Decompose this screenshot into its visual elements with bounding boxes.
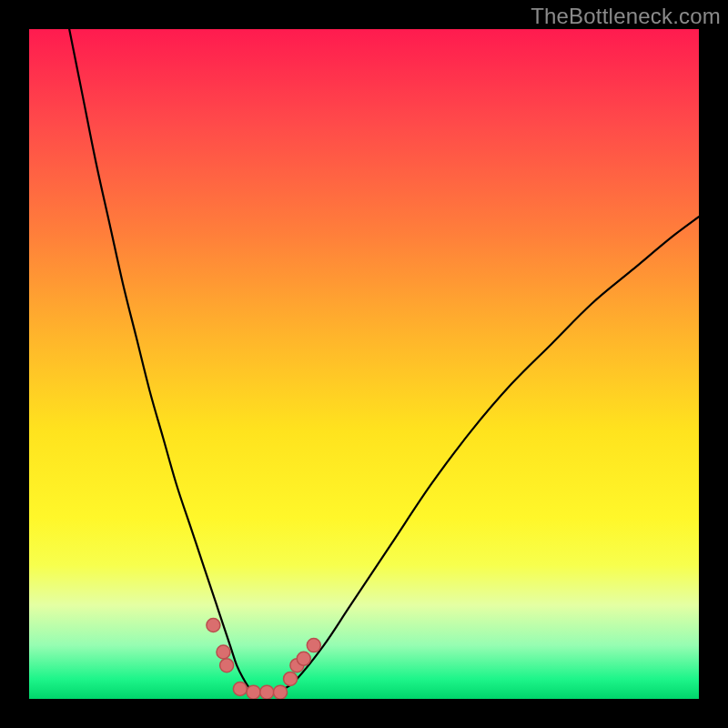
chart-svg [29,29,699,699]
highlight-point [233,682,247,695]
highlight-point [307,639,320,652]
highlight-point [247,685,260,699]
watermark-text: TheBottleneck.com [531,4,721,29]
highlighted-points-group [207,619,320,699]
highlight-point [220,659,234,672]
bottleneck-curve-line [69,29,699,693]
chart-container: TheBottleneck.com [0,0,728,728]
highlight-point [260,685,274,699]
highlight-point [284,672,298,685]
highlight-point [274,685,288,699]
highlight-point [217,645,230,659]
plot-area [29,29,699,699]
highlight-point [207,619,220,632]
highlight-point [297,652,310,665]
